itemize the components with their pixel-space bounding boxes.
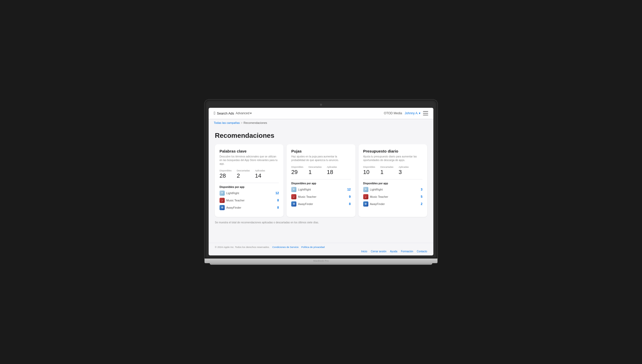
budget-discarded-value: 1 <box>380 169 393 176</box>
awayfinder-name: AwayFinder <box>226 206 241 209</box>
keywords-app-awayfinder-left: ⊕ AwayFinder <box>220 205 241 210</box>
budget-applied-stat: Aplicadas 3 <box>399 166 409 176</box>
budget-app-lightright[interactable]: ☀ LightRight 3 <box>363 187 422 192</box>
keywords-discarded-value: 2 <box>237 172 250 179</box>
budget-app-lightright-left: ☀ LightRight <box>363 187 383 192</box>
laptop-container:  Search Ads Advanced ▾ OTOD Media Johnn… <box>205 100 437 265</box>
footer-nav-home[interactable]: Inicio <box>361 250 367 253</box>
bids-app-awayfinder-left: ⊕ AwayFinder <box>291 201 313 207</box>
footer-nav-help[interactable]: Ayuda <box>390 250 397 253</box>
keywords-discarded-label: Descartadas <box>237 169 250 172</box>
budget-musicteacher-icon: ♪ <box>363 194 368 199</box>
bids-available-label: Disponibles <box>291 166 303 168</box>
keywords-app-awayfinder[interactable]: ⊕ AwayFinder 8 <box>220 205 279 210</box>
bids-musicteacher-name: Music Teacher <box>298 195 316 198</box>
keywords-available-stat: Disponibles 28 <box>220 169 232 179</box>
keywords-discarded-stat: Descartadas 2 <box>237 169 250 179</box>
lightright-icon: ☀ <box>220 191 225 196</box>
lightright-count: 12 <box>275 191 279 195</box>
keywords-card-description: Descubre los términos adicionales que se… <box>220 155 279 166</box>
bids-card-title: Pujas <box>291 149 351 153</box>
lightright-name: LightRight <box>226 192 239 195</box>
bids-applied-stat: Aplicadas 18 <box>327 166 337 176</box>
breadcrumb-separator: > <box>241 121 242 124</box>
budget-app-awayfinder[interactable]: ⊕ AwayFinder 2 <box>363 201 422 207</box>
budget-apps-label: Disponibles por app <box>363 182 422 185</box>
budget-card-title: Presupuesto diario <box>363 149 422 153</box>
musicteacher-count: 8 <box>277 199 279 202</box>
page-footer: © 2024 Apple Inc. Todos los derechos res… <box>209 243 433 255</box>
budget-lightright-name: LightRight <box>370 188 383 191</box>
menu-line-1 <box>423 111 428 112</box>
keywords-applied-stat: Aplicadas 14 <box>255 169 265 179</box>
bids-available-value: 29 <box>291 169 303 176</box>
privacy-link[interactable]: Política de privacidad <box>301 246 325 248</box>
bids-app-musicteacher[interactable]: ♪ Music Teacher 9 <box>291 194 351 199</box>
keywords-card-title: Palabras clave <box>220 149 279 153</box>
budget-available-value: 10 <box>363 169 375 176</box>
budget-lightright-icon: ☀ <box>363 187 368 192</box>
keywords-card: Palabras clave Descubre los términos adi… <box>215 144 283 217</box>
keywords-app-musicteacher[interactable]: ♪ Music Teacher 8 <box>220 198 279 203</box>
keywords-app-musicteacher-left: ♪ Music Teacher <box>220 198 245 203</box>
keywords-applied-label: Aplicadas <box>255 169 265 172</box>
keywords-apps-label: Disponibles por app <box>220 186 279 188</box>
breadcrumb-campaigns-link[interactable]: Todas las campañas <box>214 121 240 124</box>
budget-divider <box>363 179 422 179</box>
budget-lightright-count: 3 <box>421 188 422 191</box>
footer-legal: © 2024 Apple Inc. Todos los derechos res… <box>215 246 427 248</box>
menu-line-3 <box>423 115 428 115</box>
bids-applied-label: Aplicadas <box>327 166 337 168</box>
bids-card: Pujas Haz ajustes en la puja para aument… <box>287 144 355 217</box>
recommendations-grid: Palabras clave Descubre los términos adi… <box>215 144 427 217</box>
budget-card: Presupuesto diario Ajusta tu presupuesto… <box>359 144 427 217</box>
bids-lightright-icon: ☀ <box>291 187 296 192</box>
footer-nav-logout[interactable]: Cerrar sesión <box>371 250 386 253</box>
sidebar-toggle-button[interactable] <box>423 111 428 115</box>
screen-bezel:  Search Ads Advanced ▾ OTOD Media Johnn… <box>205 100 437 259</box>
terms-link[interactable]: Condiciones de Servicio <box>272 246 299 248</box>
mode-badge[interactable]: Advanced ▾ <box>236 111 251 115</box>
user-account-button[interactable]: Johnny A. ▾ <box>405 111 420 115</box>
bids-app-lightright[interactable]: ☀ LightRight 12 <box>291 187 351 192</box>
bids-awayfinder-count: 8 <box>349 202 351 206</box>
bids-discarded-label: Descartadas <box>309 166 322 168</box>
budget-app-musicteacher-left: ♪ Music Teacher <box>363 194 388 199</box>
keywords-available-label: Disponibles <box>220 169 232 172</box>
keywords-app-lightright[interactable]: ☀ LightRight 12 <box>220 191 279 196</box>
bids-available-stat: Disponibles 29 <box>291 166 303 176</box>
bids-app-musicteacher-left: ♪ Music Teacher <box>291 194 316 199</box>
budget-applied-label: Aplicadas <box>399 166 409 168</box>
budget-stats: Disponibles 10 Descartadas 1 Aplicadas 3 <box>363 166 422 176</box>
budget-awayfinder-icon: ⊕ <box>363 201 368 207</box>
app-header:  Search Ads Advanced ▾ OTOD Media Johnn… <box>209 108 433 119</box>
breadcrumb: Todas las campañas > Recomendaciones <box>209 119 433 126</box>
bids-app-awayfinder[interactable]: ⊕ AwayFinder 8 <box>291 201 351 207</box>
budget-awayfinder-count: 2 <box>421 202 422 206</box>
bids-applied-value: 18 <box>327 169 337 176</box>
awayfinder-count: 8 <box>277 206 279 209</box>
menu-line-2 <box>423 113 428 113</box>
footer-nav: Inicio Cerrar sesión Ayuda Formación Con… <box>215 250 427 253</box>
budget-musicteacher-name: Music Teacher <box>370 195 388 198</box>
camera <box>320 104 322 106</box>
bids-musicteacher-icon: ♪ <box>291 194 296 199</box>
footer-nav-contact[interactable]: Contacto <box>417 250 427 253</box>
breadcrumb-current: Recomendaciones <box>244 121 267 124</box>
budget-discarded-label: Descartadas <box>380 166 393 168</box>
chevron-down-icon: ▾ <box>250 111 252 115</box>
bids-lightright-count: 12 <box>347 188 351 191</box>
budget-app-awayfinder-left: ⊕ AwayFinder <box>363 201 385 207</box>
keywords-available-value: 28 <box>220 172 232 179</box>
budget-app-musicteacher[interactable]: ♪ Music Teacher 5 <box>363 194 422 199</box>
budget-card-description: Ajusta tu presupuesto diario para aument… <box>363 155 422 162</box>
bids-app-lightright-left: ☀ LightRight <box>291 187 311 192</box>
musicteacher-name: Music Teacher <box>226 199 245 202</box>
keywords-app-lightright-left: ☀ LightRight <box>220 191 239 196</box>
bids-awayfinder-icon: ⊕ <box>291 201 296 207</box>
footer-note: Se muestra el total de recomendaciones a… <box>215 221 427 224</box>
footer-nav-training[interactable]: Formación <box>401 250 413 253</box>
bids-card-description: Haz ajustes en la puja para aumentar la … <box>291 155 351 162</box>
copyright-text: © 2024 Apple Inc. Todos los derechos res… <box>215 246 270 248</box>
page-title: Recomendaciones <box>215 132 427 140</box>
